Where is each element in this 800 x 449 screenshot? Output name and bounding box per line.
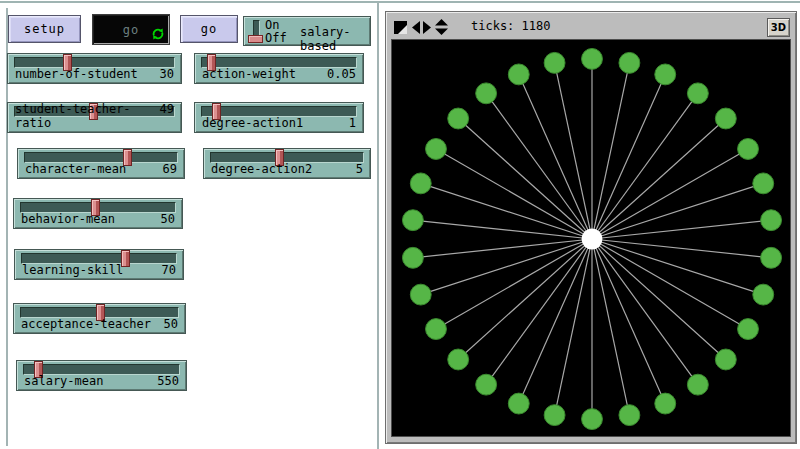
network-link (519, 239, 592, 404)
slider-degree-action1: degree-action11 (194, 102, 364, 133)
view-header: ticks: 1180 3D (386, 12, 796, 39)
slider-value: 69 (163, 162, 177, 176)
slider-label: degree-action2 (211, 162, 312, 176)
student-node[interactable] (738, 319, 759, 340)
panel-border-top (0, 1, 800, 3)
slider-value: 49 (160, 102, 174, 130)
view-3d-button[interactable]: 3D (767, 18, 790, 37)
slider-salary-mean: salary-mean550 (16, 360, 187, 391)
ticks-value: 1180 (522, 19, 551, 33)
slider-value: 0.05 (327, 67, 356, 81)
switch-off-label: Off (265, 31, 287, 45)
slider-behavior-mean: behavior-mean50 (13, 198, 183, 229)
slider-value: 5 (356, 162, 363, 176)
slider-label: behavior-mean (21, 212, 115, 226)
network-link (592, 119, 726, 239)
slider-label: action-weight (202, 67, 296, 81)
slider-value: 50 (161, 212, 175, 226)
student-node[interactable] (544, 405, 565, 426)
ticks-counter: ticks: 1180 (471, 19, 551, 33)
slider-label: degree-action1 (202, 116, 303, 130)
student-node[interactable] (426, 139, 447, 160)
student-node[interactable] (582, 409, 603, 430)
student-node[interactable] (655, 64, 676, 85)
forever-refresh-icon (152, 28, 164, 40)
setup-button[interactable]: setup (8, 15, 81, 43)
student-node[interactable] (738, 139, 759, 160)
student-node[interactable] (476, 83, 497, 104)
student-node[interactable] (715, 349, 736, 370)
student-node[interactable] (761, 210, 782, 231)
student-node[interactable] (619, 52, 640, 73)
student-node[interactable] (687, 374, 708, 395)
setup-button-label: setup (24, 22, 65, 36)
slider-character-mean: character-mean69 (17, 148, 185, 179)
interface-canvas: setup go go On Off salary-based number-o… (0, 0, 800, 449)
student-node[interactable] (508, 393, 529, 414)
student-node[interactable] (402, 247, 423, 268)
network-link (458, 119, 592, 239)
slider-label: student-teacher-ratio (15, 102, 160, 130)
student-node[interactable] (448, 349, 469, 370)
view-horizontal-arrows-icon[interactable] (412, 21, 431, 34)
go-forever-button-label: go (123, 23, 139, 37)
student-node[interactable] (715, 108, 736, 129)
teacher-node[interactable] (582, 229, 603, 250)
switch-name-label: salary-based (300, 25, 370, 53)
slider-value: 550 (157, 374, 179, 388)
switch-handle[interactable] (248, 35, 263, 43)
slider-value: 70 (162, 263, 176, 277)
slider-number-of-student: number-of-student30 (7, 53, 182, 84)
network-link (458, 239, 592, 359)
student-node[interactable] (655, 393, 676, 414)
slider-learning-skill: learning-skill70 (14, 249, 184, 280)
student-node[interactable] (402, 210, 423, 231)
student-node[interactable] (753, 173, 774, 194)
slider-label: character-mean (25, 162, 126, 176)
go-once-button-label: go (201, 22, 217, 36)
go-once-button[interactable]: go (180, 15, 238, 43)
switch-on-label: On (265, 18, 279, 32)
student-node[interactable] (544, 52, 565, 73)
network-link (519, 74, 592, 239)
slider-acceptance-teacher: acceptance-teacher50 (13, 303, 186, 334)
go-forever-button[interactable]: go (92, 14, 170, 45)
slider-label: acceptance-teacher (21, 317, 151, 331)
view-vertical-arrows-icon[interactable] (435, 19, 448, 35)
network-link (592, 183, 763, 239)
slider-student-teacher-ratio: student-teacher-ratio49 (7, 102, 182, 133)
network-link (592, 74, 665, 239)
world-view-widget: ticks: 1180 3D (385, 11, 797, 444)
network-link (592, 239, 726, 359)
student-node[interactable] (619, 405, 640, 426)
world-canvas[interactable] (391, 39, 791, 437)
ticks-label: ticks: (471, 19, 514, 33)
slider-degree-action2: degree-action25 (203, 148, 371, 179)
slider-value: 30 (160, 67, 174, 81)
slider-label: number-of-student (15, 67, 138, 81)
student-node[interactable] (426, 319, 447, 340)
slider-label: salary-mean (24, 374, 103, 388)
slider-value: 1 (349, 116, 356, 130)
network-link (592, 239, 665, 404)
slider-label: learning-skill (22, 263, 123, 277)
student-node[interactable] (761, 247, 782, 268)
student-node[interactable] (582, 48, 603, 69)
student-node[interactable] (508, 64, 529, 85)
salary-based-switch[interactable]: On Off salary-based (243, 16, 371, 46)
student-node[interactable] (410, 173, 431, 194)
star-network (392, 40, 790, 436)
view-resize-icon[interactable] (394, 21, 407, 34)
student-node[interactable] (476, 374, 497, 395)
student-node[interactable] (687, 83, 708, 104)
network-link (421, 183, 592, 239)
slider-action-weight: action-weight0.05 (194, 53, 364, 84)
panel-border-right (377, 2, 379, 449)
student-node[interactable] (753, 284, 774, 305)
network-link (421, 239, 592, 295)
slider-value: 50 (164, 317, 178, 331)
student-node[interactable] (448, 108, 469, 129)
student-node[interactable] (410, 284, 431, 305)
network-link (592, 239, 763, 295)
